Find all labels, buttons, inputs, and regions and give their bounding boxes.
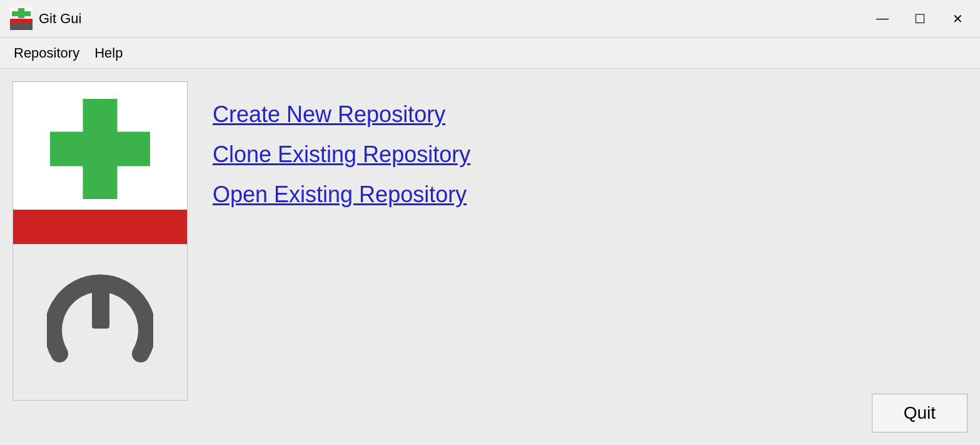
minimize-button[interactable]: — bbox=[870, 6, 895, 31]
logo-top bbox=[13, 82, 187, 210]
plus-icon bbox=[50, 99, 150, 199]
plus-horizontal bbox=[50, 132, 150, 166]
red-bar bbox=[13, 210, 187, 244]
quit-button-container: Quit bbox=[872, 394, 967, 432]
clone-existing-repository-link[interactable]: Clone Existing Repository bbox=[213, 140, 955, 169]
logo-panel bbox=[13, 81, 188, 401]
logo-bottom bbox=[13, 244, 187, 400]
maximize-button[interactable]: ☐ bbox=[907, 6, 932, 31]
window-controls: — ☐ ✕ bbox=[870, 6, 970, 31]
create-new-repository-link[interactable]: Create New Repository bbox=[213, 100, 955, 129]
menu-help[interactable]: Help bbox=[87, 41, 130, 65]
svg-rect-3 bbox=[10, 19, 33, 24]
app-title: Git Gui bbox=[39, 11, 870, 27]
menubar: Repository Help bbox=[0, 38, 980, 69]
menu-repository[interactable]: Repository bbox=[6, 41, 87, 65]
quit-button[interactable]: Quit bbox=[872, 394, 967, 432]
app-icon bbox=[10, 8, 33, 30]
close-button[interactable]: ✕ bbox=[945, 6, 970, 31]
open-existing-repository-link[interactable]: Open Existing Repository bbox=[213, 180, 955, 209]
titlebar: Git Gui — ☐ ✕ bbox=[0, 0, 980, 38]
svg-rect-2 bbox=[12, 11, 31, 16]
main-content: Create New Repository Clone Existing Rep… bbox=[0, 69, 980, 445]
svg-rect-5 bbox=[92, 288, 109, 329]
actions-panel: Create New Repository Clone Existing Rep… bbox=[188, 69, 980, 445]
git-logo-svg bbox=[47, 272, 153, 372]
svg-rect-4 bbox=[10, 24, 33, 30]
